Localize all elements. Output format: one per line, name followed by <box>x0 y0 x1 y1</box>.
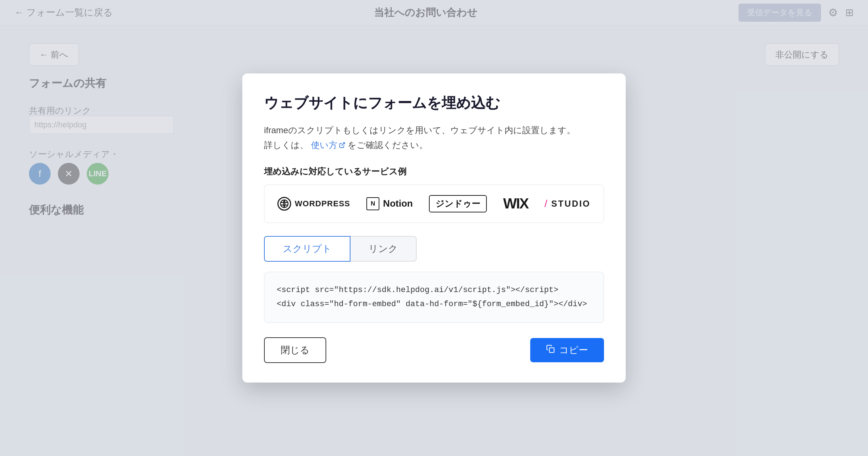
wix-label: WIX <box>503 195 528 212</box>
studio-slash-icon: / <box>545 198 549 210</box>
modal-footer: 閉じる コピー <box>264 337 604 363</box>
studio-service: / STUDIO <box>545 198 591 210</box>
description-pre: 詳しくは、 <box>264 140 309 150</box>
modal-overlay: ウェブサイトにフォームを埋め込む iframeのスクリプトもしくはリンクを用いて… <box>0 0 868 456</box>
code-block: <script src="https://sdk.helpdog.ai/v1/s… <box>264 272 604 323</box>
wordpress-icon <box>277 197 291 211</box>
description-line1: iframeのスクリプトもしくはリンクを用いて、ウェブサイト内に設置します。 <box>264 123 604 138</box>
services-box: WORDPRESS N Notion ジンドゥー WIX / <box>264 185 604 223</box>
copy-icon <box>546 345 555 356</box>
code-line-2: <div class="hd-form-embed" data-hd-form=… <box>277 297 591 312</box>
modal-description: iframeのスクリプトもしくはリンクを用いて、ウェブサイト内に設置します。 詳… <box>264 123 604 153</box>
jimdo-service: ジンドゥー <box>429 195 487 212</box>
studio-label: STUDIO <box>551 199 591 209</box>
svg-rect-2 <box>549 348 554 352</box>
description-post: をご確認ください。 <box>348 140 428 150</box>
svg-line-0 <box>341 143 344 146</box>
code-line-1: <script src="https://sdk.helpdog.ai/v1/s… <box>277 283 591 297</box>
modal-title: ウェブサイトにフォームを埋め込む <box>264 93 604 113</box>
background-page: ← フォーム一覧に戻る 当社へのお問い合わせ 受信データを見る ⚙ ⊞ ← 前へ… <box>0 0 868 456</box>
embed-modal: ウェブサイトにフォームを埋め込む iframeのスクリプトもしくはリンクを用いて… <box>242 73 626 383</box>
help-link[interactable]: 使い方 <box>311 140 348 150</box>
services-label: 埋め込みに対応しているサービス例 <box>264 166 604 177</box>
tab-script[interactable]: スクリプト <box>264 236 350 262</box>
notion-service: N Notion <box>366 197 413 210</box>
description-line2: 詳しくは、 使い方 をご確認ください。 <box>264 138 604 153</box>
wordpress-service: WORDPRESS <box>277 197 350 211</box>
notion-icon: N <box>366 197 379 210</box>
close-button[interactable]: 閉じる <box>264 337 326 363</box>
wix-service: WIX <box>503 195 528 212</box>
jimdo-label: ジンドゥー <box>429 195 487 212</box>
copy-button-label: コピー <box>559 344 588 356</box>
embed-tabs: スクリプト リンク <box>264 236 604 262</box>
notion-label: Notion <box>383 198 413 209</box>
wordpress-label: WORDPRESS <box>295 199 350 208</box>
copy-button[interactable]: コピー <box>530 338 604 362</box>
tab-link[interactable]: リンク <box>350 236 417 262</box>
